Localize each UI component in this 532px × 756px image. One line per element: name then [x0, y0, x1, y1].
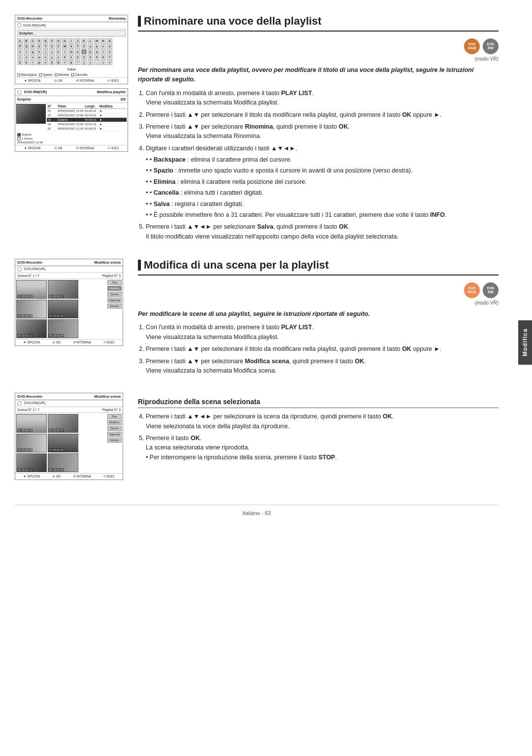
col-len: Lungh.	[85, 104, 100, 108]
col-title: Titolo	[58, 104, 85, 108]
pl-action: Modifica playlist	[97, 90, 126, 95]
keyboard-grid: ABCDEFGHIJKLMNO PQRSTUVWXYZabcd efghijkl…	[15, 37, 128, 67]
opt-backspace: Backspace	[17, 73, 37, 76]
pl-list-header: N° Titolo Lungh. Modifica	[47, 104, 127, 109]
playlist-screen: DVD-RW(VR) Modifica playlist Dolphin 3/5	[15, 88, 128, 152]
step3-4: Premere i tasti ▲▼◄► per selezionare la …	[146, 412, 499, 431]
scene-nav2: ✦ SPOSTA ⊙ OK ↺ RITORNA ⏎ ESCI	[15, 473, 123, 480]
scene-info1: Scena N° 1 / 7 Playlist N° 3	[15, 273, 123, 279]
playlist-screen-header: DVD-RW(VR) Modifica playlist	[15, 89, 128, 96]
pl-r5-title: APR/25/2007 12:00	[58, 127, 85, 130]
scene-screen1-header: DVD-Recorder Modifica scena	[15, 259, 123, 266]
key-0: 0	[62, 55, 67, 60]
scene-recorder2: DVD-Recorder	[17, 394, 42, 399]
section-riproduzione: DVD-Recorder Modifica scena DVD-RW(VR) S…	[15, 393, 499, 480]
pl-r2-title: APR/23/2007 12:00	[58, 114, 85, 117]
modifica-scena-screen2: DVD-Recorder Modifica scena DVD-RW(VR) S…	[15, 393, 123, 480]
th1-5-label: 06 00:00:11	[17, 334, 33, 337]
key-7: 7	[107, 55, 112, 60]
key-g: g	[30, 49, 35, 54]
btn-aggiungi2: Aggiungi	[107, 432, 122, 437]
pl-r4-num: 04	[48, 123, 58, 126]
col-mod: Modifica	[100, 104, 114, 108]
screen2-nav: ✦ SPOSTA ⊙ OK ↺ RITORNA ⏎ ESCI	[15, 145, 128, 151]
step2-1: Con l'unità in modalità di arresto, prem…	[146, 323, 499, 342]
dvd-circle-icon	[17, 23, 22, 28]
key-plus: +	[100, 60, 106, 65]
pl-r3-num: 03	[48, 118, 58, 121]
key-eq: =	[107, 60, 112, 65]
scene-screen2-header: DVD-Recorder Modifica scena	[15, 393, 123, 400]
nav-esci-s1: ⏎ ESCI	[103, 341, 115, 344]
key-W: W	[62, 44, 67, 49]
pl-dvd-label: DVD-RW(VR)	[17, 90, 47, 95]
pl-row2: 02 APR/23/2007 12:00 00:00:03 ►	[47, 113, 127, 118]
pl-r5-mod: ►	[100, 127, 114, 130]
th1-6-label: 06 00:00:04	[49, 334, 64, 337]
step3-5: Premere il tasto OK. La scena selezionat…	[146, 434, 499, 462]
key-r: r	[100, 49, 106, 54]
key-L: L	[88, 38, 93, 43]
key-S: S	[36, 44, 42, 49]
btn-elimina2: Elimina	[107, 438, 122, 443]
key-4: 4	[88, 55, 93, 60]
section2-steps: Con l'unità in modalità di arresto, prem…	[138, 323, 499, 376]
ps-item3: APR/24/2007 12:00	[17, 141, 126, 144]
key-excl: !	[30, 60, 35, 65]
key-m: m	[68, 49, 74, 54]
pl-title: Dolphin	[17, 97, 121, 102]
pl-r3-title: Dolphin	[58, 118, 85, 121]
pl-thumbnail	[16, 104, 46, 124]
nav-ritorna-s2: ↺ RITORNA	[73, 475, 91, 479]
save-label: Salva	[15, 67, 128, 72]
key-a: a	[88, 44, 93, 49]
opt-cancella: Cancella	[71, 73, 87, 76]
key-y: y	[49, 55, 55, 60]
key-9: 9	[24, 60, 29, 65]
key-H: H	[62, 38, 67, 43]
key-k: k	[56, 49, 61, 54]
scene-thumbs1: 01 00:00:29 02 00:00:07 03 00:00:04 05 0…	[15, 279, 123, 339]
key-w: w	[36, 55, 42, 60]
step1-5-sub: Il titolo modificato viene visualizzato …	[146, 233, 399, 240]
key-und: _	[94, 60, 100, 65]
key-p: p	[88, 49, 93, 54]
key-R: R	[30, 44, 35, 49]
bullet-salva: • Salva : registra i caratteri digitati.	[146, 200, 499, 209]
chk-cancella	[71, 73, 74, 76]
pl-list: N° Titolo Lungh. Modifica 01 APR/23/2007…	[47, 104, 127, 131]
key-amp: &	[68, 60, 74, 65]
step3-4-sub: Viene selezionata la voce della playlist…	[146, 423, 290, 430]
step1-5: Premere i tasti ▲▼◄► per selezionare Sal…	[146, 222, 499, 241]
step1-3-sub: Viene visualizzata la schermata Rinomina…	[146, 133, 262, 139]
scene-thumbs2: 01 00:00:26 02 00:00:07 03 00:00:04 04 0…	[15, 413, 123, 473]
key-dollar: $	[49, 60, 55, 65]
section3-subtitle: Riproduzione della scena selezionata	[138, 398, 499, 408]
dvd-icons-2: DVDRAM DVDRW	[138, 282, 499, 298]
scene-dvd-label1: DVD-RW(VR)	[24, 267, 45, 271]
key-N: N	[100, 38, 106, 43]
key-f: f	[24, 49, 29, 54]
key-hat: ^	[62, 60, 67, 65]
screen1-options: Backspace Spazio Elimina Cancella	[15, 72, 128, 77]
scene-nav1: ✦ SPOSTA ⊙ OK ↺ RITORNA ⏎ ESCI	[15, 339, 123, 345]
ps-label1: Dolphin	[22, 133, 32, 136]
th2-6-label: 06 00:00:04	[49, 468, 64, 471]
scene-info-num1: Scena N° 1 / 7	[17, 274, 39, 277]
section1-steps: Con l'unità in modalità di arresto, prem…	[138, 89, 499, 241]
key-1: 1	[68, 55, 74, 60]
pl-r2-len: 00:00:03	[85, 114, 100, 117]
key-hash: #	[43, 60, 48, 65]
scene-th1-3: 03 00:00:04	[16, 300, 47, 318]
pl-r2-num: 02	[48, 114, 58, 117]
section1-instructions: Per rinominare una voce della playlist, …	[138, 66, 499, 241]
modo-vr-2: (modo VR)	[138, 300, 499, 306]
nav-ok-s2: ⊙ OK	[52, 475, 61, 479]
key-O: O	[107, 38, 112, 43]
pl-r3-len: 00:00:15	[85, 118, 100, 121]
section2-intro: Per modificare le scene di una playlist,…	[138, 309, 499, 319]
step1-4-bullets: • Backspace : elimina il carattere prima…	[146, 155, 499, 220]
screen1-sub: DVD-RW(VR)	[15, 22, 128, 29]
pl-r1-len: 00:00:21	[85, 109, 100, 112]
key-c: c	[100, 44, 106, 49]
